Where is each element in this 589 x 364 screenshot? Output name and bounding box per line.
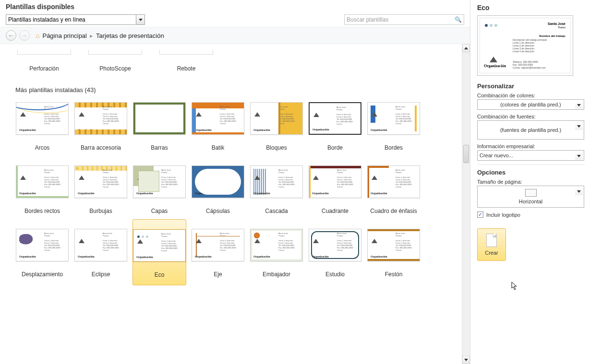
vertical-scrollbar[interactable] <box>462 44 470 364</box>
template-item[interactable]: OrganizaciónMaría JoséPuestoLínea 1 dire… <box>250 229 303 279</box>
template-thumbnail: OrganizaciónMaría JoséPuestoLínea 1 dire… <box>16 229 69 261</box>
section-title: Más plantillas instaladas (43) <box>15 86 461 94</box>
scroll-down-icon[interactable] <box>462 356 470 364</box>
template-label: Festón <box>385 271 403 278</box>
nav-forward-button[interactable]: → <box>19 30 30 41</box>
template-thumbnail: OrganizaciónMaría JoséPuestoLínea 1 dire… <box>192 229 244 261</box>
template-label: Eje <box>214 271 222 278</box>
template-item[interactable]: OrganizaciónMaría JoséPuestoLínea 1 dire… <box>191 165 245 214</box>
template-item[interactable]: OrganizaciónMaría JoséPuestoLínea 1 dire… <box>367 165 421 214</box>
color-scheme-label: Combinación de colores: <box>477 93 584 98</box>
dropdown-arrow-icon[interactable] <box>136 15 144 24</box>
search-icon[interactable]: 🔍 <box>453 16 462 23</box>
chevron-down-icon[interactable] <box>575 152 583 160</box>
template-label: Estudio <box>325 271 345 278</box>
template-item[interactable]: OrganizaciónMaría JoséPuestoLínea 1 dire… <box>367 102 421 151</box>
template-thumbnail: OrganizaciónMaría JoséPuestoLínea 1 dire… <box>250 165 303 198</box>
page-size-value: Horizontal <box>519 199 543 204</box>
template-label: Cuadrante <box>322 208 349 214</box>
template-label: Barra accesoria <box>81 144 121 151</box>
template-thumbnail: OrganizaciónMaría JoséPuestoLínea 1 dire… <box>192 102 244 135</box>
template-item[interactable]: OrganizaciónMaría JoséPuestoLínea 1 dire… <box>74 102 128 151</box>
breadcrumb-current: Tarjetas de presentación <box>96 32 164 39</box>
template-item[interactable]: OrganizaciónMaría JoséPuestoLínea 1 dire… <box>74 229 128 279</box>
eco-dots-icon <box>485 24 497 27</box>
create-button[interactable]: Crear <box>477 228 506 261</box>
template-item[interactable]: OrganizaciónMaría JoséPuestoLínea 1 dire… <box>132 165 186 214</box>
include-logo-label: Incluir logotipo <box>486 212 520 218</box>
template-label: Capas <box>151 208 168 214</box>
preview-job: Nombre del trabajo <box>539 35 565 37</box>
template-source-value: Plantillas instaladas y en línea <box>8 16 85 23</box>
scroll-thumb[interactable] <box>463 145 469 163</box>
font-scheme-label: Combinación de fuentes: <box>477 114 584 119</box>
template-thumbnail: OrganizaciónMaría JoséPuestoLínea 1 dire… <box>16 102 69 135</box>
template-thumbnail: OrganizaciónMaría JoséPuestoLínea 1 dire… <box>74 102 127 135</box>
template-thumbnail: OrganizaciónMaría JoséPuestoLínea 1 dire… <box>309 165 361 198</box>
page-size-dropdown[interactable]: Horizontal <box>477 186 584 208</box>
template-item[interactable]: OrganizaciónMaría JoséPuestoLínea 1 dire… <box>132 219 186 285</box>
template-item[interactable]: OrganizaciónMaría JoséPuestoLínea 1 dire… <box>74 165 128 214</box>
home-icon[interactable]: ⌂ <box>36 32 39 39</box>
font-scheme-value: (fuentes de plantilla pred.) <box>500 127 561 133</box>
search-input-container[interactable]: 🔍 <box>344 14 464 25</box>
template-item[interactable]: OrganizaciónMaría JoséPuestoLínea 1 dire… <box>15 165 69 214</box>
template-item[interactable]: OrganizaciónMaría JoséPuestoLínea 1 dire… <box>308 102 362 151</box>
template-thumbnail: OrganizaciónMaría JoséPuestoLínea 1 dire… <box>74 165 127 198</box>
template-item[interactable]: OrganizaciónMaría JoséPuestoLínea 1 dire… <box>191 229 245 279</box>
template-label: Borde <box>327 144 343 151</box>
scroll-up-icon[interactable] <box>462 44 470 52</box>
preview-contact: Teléfono: 000-000-0000 Fax: 000-000-0000… <box>513 60 565 69</box>
template-label: Eclipse <box>92 271 110 278</box>
template-thumbnail: OrganizaciónMaría JoséPuestoLínea 1 dire… <box>192 165 244 198</box>
business-info-value: Crear nuevo... <box>480 153 513 158</box>
create-button-label: Crear <box>485 250 498 256</box>
template-item[interactable]: OrganizaciónMaría JoséPuestoLínea 1 dire… <box>250 165 303 214</box>
template-thumbnail: OrganizaciónMaría JoséPuestoLínea 1 dire… <box>367 165 420 198</box>
nav-back-button[interactable]: ← <box>6 30 16 41</box>
template-item[interactable]: OrganizaciónMaría JoséPuestoLínea 1 dire… <box>367 229 421 279</box>
template-label: PhotoScope <box>99 65 131 72</box>
template-thumbnail: OrganizaciónMaría JoséPuestoLínea 1 dire… <box>367 229 420 261</box>
template-label: Eco <box>155 271 165 278</box>
template-thumbnail: OrganizaciónMaría JoséPuestoLínea 1 dire… <box>133 229 186 262</box>
include-logo-checkbox[interactable]: ✓ <box>477 211 483 218</box>
chevron-down-icon[interactable] <box>575 101 583 109</box>
template-thumbnail: OrganizaciónMaría JoséPuestoLínea 1 dire… <box>309 102 361 135</box>
search-input[interactable] <box>347 16 453 23</box>
template-label: Bloques <box>266 144 287 151</box>
breadcrumb-home[interactable]: Página principal <box>42 32 87 39</box>
template-source-dropdown[interactable]: Plantillas instaladas y en línea <box>6 14 145 25</box>
template-label: Arcos <box>35 144 50 151</box>
template-item[interactable]: OrganizaciónMaría JoséPuestoLínea 1 dire… <box>308 165 362 214</box>
template-thumbnail: OrganizaciónMaría JoséPuestoLínea 1 dire… <box>250 229 303 261</box>
template-label: Batik <box>212 144 225 151</box>
template-thumbnail: OrganizaciónMaría JoséPuestoLínea 1 dire… <box>74 229 127 261</box>
options-heading: Opciones <box>477 164 584 176</box>
template-item[interactable]: PhotoScope <box>86 50 144 72</box>
template-label: Cápsulas <box>206 208 230 214</box>
color-scheme-dropdown[interactable]: (colores de plantilla pred.) <box>477 99 584 110</box>
template-item[interactable]: OrganizaciónMaría JoséPuestoLínea 1 dire… <box>191 102 245 151</box>
template-item[interactable]: Perforación <box>15 50 73 72</box>
template-label: Embajador <box>263 271 290 278</box>
business-info-dropdown[interactable]: Crear nuevo... <box>477 150 584 161</box>
template-thumbnail: OrganizaciónMaría JoséPuestoLínea 1 dire… <box>367 102 420 135</box>
chevron-down-icon[interactable] <box>575 188 583 195</box>
template-item[interactable]: OrganizaciónMaría JoséPuestoLínea 1 dire… <box>132 102 186 151</box>
new-document-icon <box>486 234 497 247</box>
preview-org: Organización <box>484 64 506 68</box>
template-item[interactable]: OrganizaciónMaría JoséPuestoLínea 1 dire… <box>15 102 69 151</box>
font-scheme-dropdown[interactable]: (fuentes de plantilla pred.) <box>477 120 584 140</box>
page-orientation-icon <box>525 189 537 197</box>
template-item[interactable]: OrganizaciónMaría JoséPuestoLínea 1 dire… <box>15 229 69 279</box>
chevron-right-icon: ▸ <box>90 32 93 39</box>
template-item[interactable]: OrganizaciónMaría JoséPuestoLínea 1 dire… <box>250 102 303 151</box>
template-item[interactable]: Rebote <box>157 50 215 72</box>
template-thumbnail: OrganizaciónMaría JoséPuestoLínea 1 dire… <box>16 165 69 198</box>
template-label: Bordes <box>385 144 403 151</box>
template-gallery: Perforación PhotoScope Rebote Más planti… <box>0 44 470 364</box>
preview-lines: Descripción del trabajo principal Línea … <box>513 38 565 53</box>
chevron-down-icon[interactable] <box>575 122 583 130</box>
template-item[interactable]: OrganizaciónMaría JoséPuestoLínea 1 dire… <box>308 229 362 279</box>
